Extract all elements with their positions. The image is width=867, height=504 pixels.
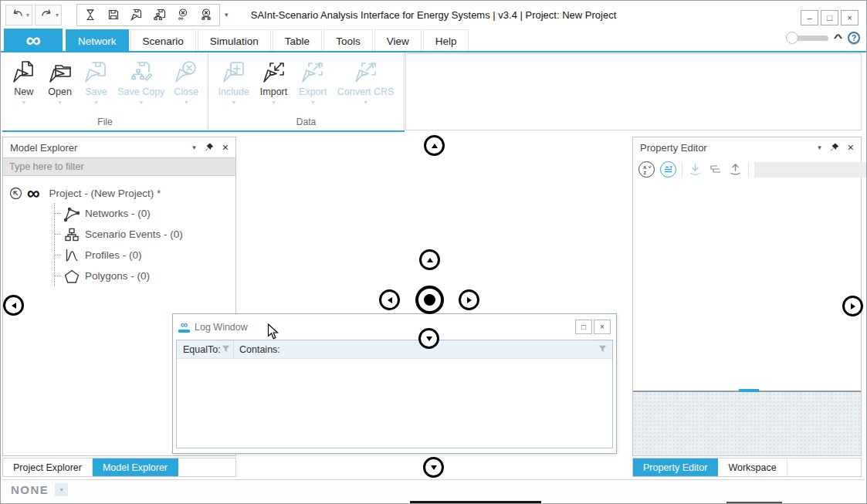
tree-node-label[interactable]: Profiles - (0) [85, 249, 142, 261]
tab-tools[interactable]: Tools [323, 29, 373, 52]
tree-node-networks[interactable]: Networks - (0) [55, 203, 235, 224]
ribbon-empty-area [405, 53, 862, 130]
ribbon-export-button[interactable]: Export ▾ [298, 60, 327, 106]
tree-root-project[interactable]: ∞ Project - (New Project) * [9, 183, 235, 203]
panel-close-icon[interactable]: × [848, 142, 854, 153]
log-message-list[interactable] [177, 359, 612, 448]
app-window: ▾ ▾ [0, 0, 867, 504]
tree-node-label[interactable]: Polygons - (0) [85, 270, 150, 282]
dock-guide-left[interactable] [3, 295, 24, 316]
tab-model-explorer[interactable]: Model Explorer [93, 458, 178, 476]
categorized-view-icon[interactable] [660, 161, 676, 178]
tab-view[interactable]: View [374, 29, 422, 52]
collapse-ribbon-chevron-icon[interactable]: ^ [834, 32, 843, 43]
panel-menu-caret-icon[interactable]: ▾ [192, 144, 196, 151]
close-button[interactable]: × [841, 10, 859, 25]
property-search-box[interactable] [754, 162, 867, 178]
tab-simulation[interactable]: Simulation [198, 29, 271, 52]
filter-input[interactable] [9, 161, 229, 172]
log-filter-equalto[interactable]: EqualTo: [177, 340, 233, 358]
tab-scenario[interactable]: Scenario [130, 29, 196, 52]
panel-menu-caret-icon[interactable]: ▾ [818, 144, 821, 151]
ribbon-button-label: Save [85, 86, 107, 97]
log-window-titlebar[interactable]: ∞ Log Window □ × [176, 314, 613, 340]
tree-node-polygons[interactable]: Polygons - (0) [55, 266, 235, 286]
help-icon[interactable]: ? [848, 32, 860, 44]
mouse-cursor-icon [267, 323, 279, 340]
tab-help[interactable]: Help [423, 29, 469, 52]
toolbar-separator [748, 163, 749, 177]
dropdown-caret-icon[interactable]: ▾ [185, 99, 188, 106]
pin-icon[interactable] [205, 143, 214, 152]
tab-property-editor[interactable]: Property Editor [633, 458, 718, 476]
filter-funnel-icon[interactable] [222, 345, 230, 353]
tree-node-label[interactable]: Networks - (0) [85, 208, 151, 219]
dock-guide-right[interactable] [842, 296, 863, 316]
model-explorer-filter[interactable] [3, 157, 235, 176]
tree-collapse-toggle-icon[interactable] [9, 187, 22, 200]
export-properties-icon[interactable] [728, 162, 743, 177]
ribbon-import-button[interactable]: Import ▾ [259, 60, 289, 106]
polygons-icon [63, 269, 81, 284]
include-icon [222, 60, 246, 86]
minimize-button[interactable]: – [801, 10, 818, 25]
ribbon-include-button[interactable]: Include ▾ [218, 60, 249, 106]
tree-node-profiles[interactable]: Profiles - (0) [55, 245, 235, 266]
tab-table[interactable]: Table [273, 29, 322, 52]
dropdown-caret-icon[interactable]: ▾ [232, 99, 235, 106]
ribbon-open-button[interactable]: Open ▾ [46, 60, 75, 106]
ribbon-close-button[interactable]: Close ▾ [171, 60, 201, 106]
ribbon-save-copy-button[interactable]: Save Copy ▾ [117, 60, 164, 106]
taskbar-artifact [410, 501, 541, 504]
property-editor-header[interactable]: Property Editor ▾ × [633, 137, 861, 157]
zoom-slider[interactable] [786, 32, 828, 44]
ribbon-button-label: Open [48, 86, 72, 97]
dropdown-caret-icon[interactable]: ▾ [140, 99, 143, 106]
dropdown-caret-icon[interactable]: ▾ [22, 99, 25, 106]
ribbon-new-button[interactable]: New ▾ [9, 60, 39, 106]
ribbon-save-button[interactable]: Save ▾ [81, 60, 110, 106]
expand-all-icon[interactable] [688, 162, 703, 177]
tab-project-explorer[interactable]: Project Explorer [3, 458, 93, 476]
dropdown-caret-icon[interactable]: ▾ [59, 99, 62, 106]
panel-close-icon[interactable]: × [222, 142, 229, 153]
dock-arrow-down-icon [426, 337, 432, 341]
dock-guide-center-fill[interactable] [415, 286, 444, 314]
dock-guide-center-top[interactable] [419, 249, 440, 270]
model-explorer-header[interactable]: Model Explorer ▾ × [3, 137, 235, 157]
tree-node-label[interactable]: Scenario Events - (0) [85, 228, 183, 240]
maximize-button[interactable]: □ [821, 10, 838, 25]
dock-guide-center-left[interactable] [379, 289, 400, 310]
log-window[interactable]: ∞ Log Window □ × EqualTo: Contains: [172, 313, 617, 454]
property-editor-toolbar: AZ [633, 157, 861, 181]
convert-crs-icon [354, 60, 378, 86]
dock-arrow-down-icon [431, 465, 437, 470]
dropdown-caret-icon[interactable]: ▾ [273, 99, 276, 106]
close-network-icon [174, 60, 198, 86]
tree-node-scenario-events[interactable]: Scenario Events - (0) [55, 224, 235, 245]
tab-network[interactable]: Network [66, 29, 129, 52]
dock-guide-bottom[interactable] [423, 457, 444, 478]
pin-icon[interactable] [830, 143, 839, 152]
property-search-input[interactable] [757, 164, 867, 175]
log-close-button[interactable]: × [594, 320, 611, 334]
dock-guide-center-bottom[interactable] [418, 328, 439, 349]
ribbon-convert-crs-button[interactable]: Convert CRS ▾ [337, 60, 395, 106]
dock-guide-center-right[interactable] [459, 289, 479, 310]
dropdown-caret-icon[interactable]: ▾ [311, 99, 314, 106]
app-logo-button[interactable]: ∞ [4, 29, 63, 52]
scenario-events-icon [63, 227, 81, 242]
slider-track[interactable] [796, 36, 828, 41]
dropdown-caret-icon[interactable]: ▾ [94, 99, 97, 106]
tree-list-view-icon[interactable] [708, 162, 723, 177]
filter-funnel-icon[interactable] [598, 345, 607, 353]
selection-dropdown-caret-icon[interactable]: ▾ [55, 483, 68, 496]
dock-guide-top[interactable] [424, 135, 445, 156]
right-panel-tab-strip: Property Editor Workspace [632, 458, 862, 477]
log-maximize-button[interactable]: □ [575, 320, 592, 334]
tab-workspace[interactable]: Workspace [718, 458, 787, 476]
tree-node-label[interactable]: Project - (New Project) * [49, 188, 161, 199]
dropdown-caret-icon[interactable]: ▾ [364, 99, 367, 106]
slider-knob[interactable] [786, 32, 798, 44]
sort-alphabetical-icon[interactable]: AZ [638, 161, 655, 178]
